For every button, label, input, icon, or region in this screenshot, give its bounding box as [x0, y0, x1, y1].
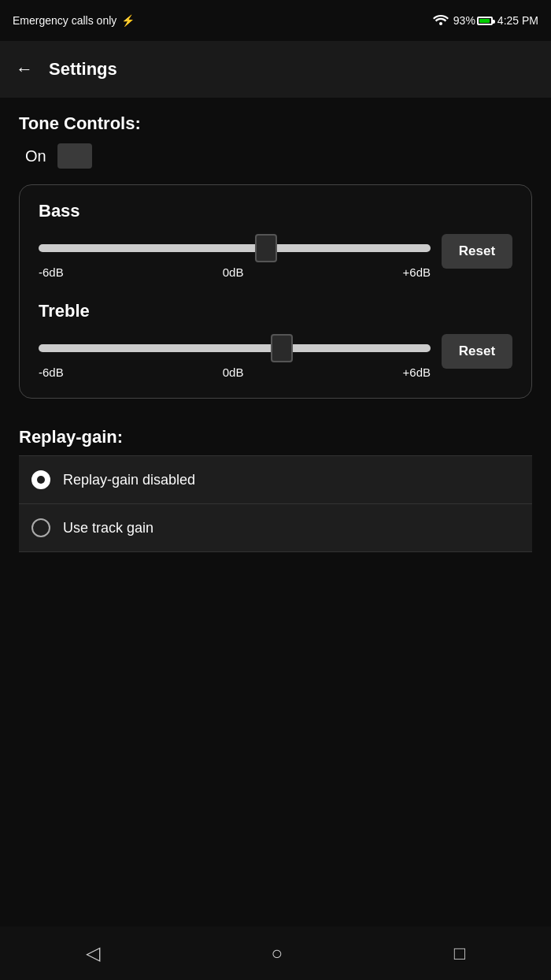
replay-gain-options: Replay-gain disabled Use track gain	[19, 455, 532, 552]
back-button[interactable]: ←	[16, 59, 33, 80]
tone-on-text: On	[25, 147, 46, 165]
treble-slider-container: -6dB 0dB +6dB	[39, 334, 431, 379]
treble-reset-button[interactable]: Reset	[442, 334, 512, 369]
treble-slider-labels: -6dB 0dB +6dB	[39, 366, 431, 379]
treble-slider-wrapper[interactable]	[39, 334, 431, 362]
bass-slider-row: -6dB 0dB +6dB Reset	[39, 234, 512, 279]
radio-track-circle	[31, 518, 50, 537]
time-display: 4:25 PM	[497, 14, 538, 27]
app-bar: ← Settings	[0, 41, 551, 98]
usb-icon: ⚡	[121, 14, 135, 27]
treble-section: Treble -6dB 0dB +6dB Reset	[39, 301, 512, 379]
page-title: Settings	[49, 59, 117, 80]
controls-card: Bass -6dB 0dB +6dB Reset	[19, 184, 532, 399]
nav-back-button[interactable]: ◁	[86, 942, 100, 964]
bass-min-label: -6dB	[39, 265, 64, 279]
bass-slider-labels: -6dB 0dB +6dB	[39, 265, 431, 279]
main-content: Tone Controls: On Bass -6dB 0dB	[0, 98, 551, 568]
status-bar-right: 93% 4:25 PM	[433, 14, 538, 28]
treble-slider-row: -6dB 0dB +6dB Reset	[39, 334, 512, 379]
replay-gain-disabled-label: Replay-gain disabled	[63, 472, 195, 488]
bass-mid-label: 0dB	[223, 265, 244, 279]
status-bar-left: Emergency calls only ⚡	[13, 14, 135, 27]
nav-home-button[interactable]: ○	[271, 942, 283, 964]
treble-label: Treble	[39, 301, 512, 321]
treble-min-label: -6dB	[39, 366, 64, 379]
replay-gain-label: Replay-gain:	[19, 427, 532, 447]
wifi-icon	[433, 14, 449, 28]
treble-slider-thumb[interactable]	[271, 334, 293, 362]
bass-max-label: +6dB	[403, 265, 431, 279]
bass-section: Bass -6dB 0dB +6dB Reset	[39, 201, 512, 279]
svg-point-0	[439, 22, 442, 25]
treble-mid-label: 0dB	[223, 366, 244, 379]
treble-slider-track	[39, 344, 431, 352]
replay-gain-disabled-option[interactable]: Replay-gain disabled	[19, 455, 532, 503]
replay-gain-track-option[interactable]: Use track gain	[19, 503, 532, 552]
radio-disabled-circle	[31, 470, 50, 489]
emergency-text: Emergency calls only	[13, 14, 116, 27]
tone-controls-label: Tone Controls:	[19, 113, 532, 134]
tone-controls-section: Tone Controls: On	[19, 113, 532, 169]
bass-reset-button[interactable]: Reset	[442, 234, 512, 269]
treble-max-label: +6dB	[403, 366, 431, 379]
status-bar: Emergency calls only ⚡ 93% 4:25 PM	[0, 0, 551, 41]
nav-recent-button[interactable]: □	[454, 942, 466, 964]
bottom-nav: ◁ ○ □	[0, 926, 551, 980]
bass-label: Bass	[39, 201, 512, 221]
bass-slider-container: -6dB 0dB +6dB	[39, 234, 431, 279]
bass-slider-thumb[interactable]	[255, 234, 277, 262]
tone-on-row: On	[25, 143, 532, 169]
replay-gain-track-label: Use track gain	[63, 520, 153, 536]
bass-slider-wrapper[interactable]	[39, 234, 431, 262]
tone-toggle[interactable]	[57, 143, 92, 169]
battery-icon: 93%	[453, 14, 493, 27]
bass-slider-track	[39, 244, 431, 252]
replay-gain-section: Replay-gain: Replay-gain disabled Use tr…	[19, 427, 532, 552]
